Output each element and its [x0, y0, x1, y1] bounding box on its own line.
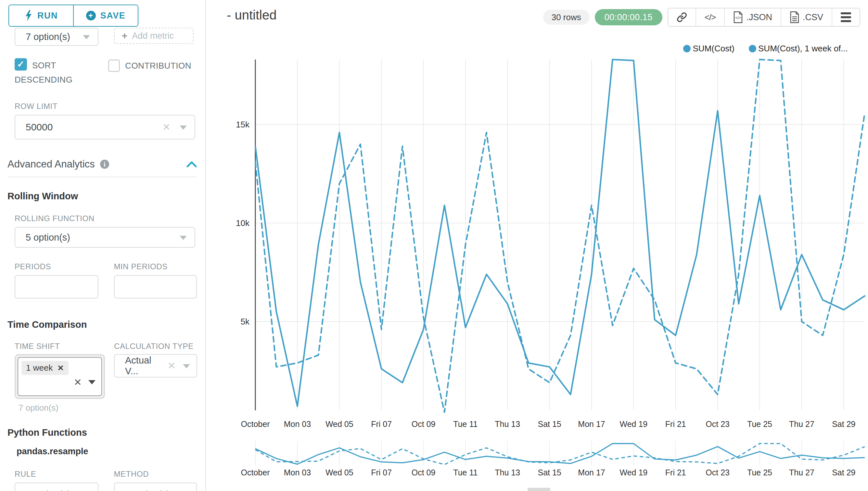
svg-text:Sat 15: Sat 15	[538, 420, 561, 429]
query-actions: RUN + SAVE	[8, 4, 138, 27]
add-metric-label: Add metric	[132, 31, 174, 41]
mini-dashed-series-line	[255, 443, 865, 465]
control-panel: RUN + SAVE 7 option(s) + Add metric ✓ SO…	[0, 0, 206, 491]
save-button[interactable]: + SAVE	[73, 5, 138, 26]
min-periods-label: MIN PERIODS	[114, 262, 197, 271]
method-label: METHOD	[114, 469, 197, 479]
sort-descending-control: ✓ SORT DESCENDING	[14, 58, 93, 87]
rolling-function-select[interactable]: 5 option(s)	[14, 227, 195, 248]
svg-text:Tue 25: Tue 25	[747, 420, 772, 429]
svg-text:Mon 17: Mon 17	[578, 420, 605, 429]
legend-item-sum-cost-shifted[interactable]: SUM(Cost), 1 week of...	[749, 44, 848, 54]
svg-text:5k: 5k	[241, 317, 250, 326]
chart-panel: - untitled 30 rows 00:00:00.15 </> </> .…	[207, 0, 868, 491]
add-metric-button[interactable]: + Add metric	[114, 28, 194, 44]
time-shift-tag-label: 1 week	[26, 363, 53, 373]
svg-text:Wed 19: Wed 19	[620, 468, 648, 477]
row-limit-select[interactable]: 50000 ✕	[14, 115, 195, 140]
clear-icon[interactable]: ✕	[167, 360, 176, 371]
rule-select[interactable]: 6 option(s)	[14, 483, 98, 491]
caret-down-icon	[183, 364, 190, 368]
save-label: SAVE	[100, 11, 126, 21]
method-value: 6 option(s)	[125, 489, 169, 491]
svg-text:Wed 05: Wed 05	[326, 420, 353, 429]
series-limit-value: 7 option(s)	[26, 32, 70, 42]
caret-down-icon	[180, 125, 187, 130]
svg-text:October: October	[241, 468, 270, 477]
periods-row: PERIODS MIN PERIODS	[14, 262, 197, 298]
calculation-type-select[interactable]: Actual V... ✕	[114, 354, 197, 377]
time-shift-helper: 7 option(s)	[19, 403, 98, 413]
plus-circle-icon: +	[86, 11, 96, 21]
svg-text:Oct 09: Oct 09	[411, 468, 436, 477]
svg-text:Thu 13: Thu 13	[495, 420, 520, 429]
svg-text:Mon 03: Mon 03	[284, 468, 311, 477]
clear-icon[interactable]: ✕	[74, 377, 82, 388]
contribution-checkbox[interactable]	[108, 59, 120, 72]
rolling-window-title: Rolling Window	[7, 191, 197, 202]
checkbox-row: ✓ SORT DESCENDING CONTRIBUTION	[14, 58, 197, 87]
legend-dot	[683, 45, 691, 52]
svg-text:Oct 23: Oct 23	[706, 420, 730, 429]
row-limit-label: ROW LIMIT	[14, 102, 197, 111]
svg-text:Tue 11: Tue 11	[453, 420, 477, 429]
run-button[interactable]: RUN	[9, 5, 73, 26]
solid-series-line	[255, 59, 865, 406]
periods-label: PERIODS	[14, 262, 98, 271]
svg-text:Fri 07: Fri 07	[371, 468, 392, 477]
svg-text:Mon 17: Mon 17	[578, 468, 605, 477]
svg-text:Oct 09: Oct 09	[411, 420, 436, 429]
svg-text:Sat 15: Sat 15	[538, 468, 561, 477]
clear-icon[interactable]: ✕	[162, 122, 170, 133]
caret-down-icon	[180, 236, 187, 240]
plus-icon: +	[122, 30, 128, 41]
caret-down-icon	[88, 380, 95, 384]
legend-dot	[749, 45, 756, 52]
svg-text:Wed 19: Wed 19	[620, 420, 648, 429]
svg-text:Thu 27: Thu 27	[789, 420, 814, 429]
timeseries-chart-canvas[interactable]: OctoberOctoberMon 03Mon 03Wed 05Wed 05Fr…	[207, 0, 868, 491]
sort-descending-checkbox[interactable]: ✓	[14, 58, 27, 70]
svg-text:Sat 29: Sat 29	[832, 468, 855, 477]
range-selector-handle[interactable]	[528, 488, 550, 491]
time-shift-tag[interactable]: 1 week ✕	[22, 361, 68, 375]
svg-text:Oct 23: Oct 23	[706, 468, 730, 477]
periods-input[interactable]	[14, 275, 98, 298]
svg-text:15k: 15k	[236, 120, 250, 129]
svg-text:10k: 10k	[236, 218, 250, 228]
series-limit-select[interactable]: 7 option(s)	[14, 28, 98, 46]
svg-text:October: October	[241, 420, 270, 429]
svg-text:Fri 21: Fri 21	[665, 420, 686, 429]
mini-solid-series-line	[255, 443, 865, 464]
run-label: RUN	[37, 11, 58, 21]
caret-down-icon	[83, 35, 90, 39]
rolling-function-value: 5 option(s)	[26, 232, 70, 243]
chart-legend: SUM(Cost) SUM(Cost), 1 week of...	[683, 44, 848, 54]
legend-item-sum-cost[interactable]: SUM(Cost)	[683, 44, 735, 54]
chevron-up-icon[interactable]	[186, 161, 197, 168]
legend-label: SUM(Cost), 1 week of...	[758, 44, 848, 54]
contribution-control: CONTRIBUTION	[108, 58, 191, 87]
svg-text:Sat 29: Sat 29	[832, 420, 855, 429]
svg-text:Mon 03: Mon 03	[284, 420, 311, 429]
python-functions-title: Python Functions	[7, 427, 197, 438]
tag-remove-icon[interactable]: ✕	[57, 364, 64, 373]
time-comparison-title: Time Comparison	[7, 319, 197, 330]
svg-text:Thu 13: Thu 13	[495, 468, 520, 477]
calculation-type-label: CALCULATION TYPE	[114, 342, 197, 351]
time-shift-select[interactable]: 1 week ✕ ✕	[14, 354, 105, 399]
contribution-label: CONTRIBUTION	[125, 59, 191, 72]
time-shift-label: TIME SHIFT	[14, 342, 98, 351]
info-icon: i	[100, 160, 109, 169]
method-select[interactable]: 6 option(s)	[114, 483, 197, 491]
metrics-row: 7 option(s) + Add metric	[14, 28, 197, 46]
svg-text:Thu 27: Thu 27	[789, 468, 814, 477]
svg-text:Tue 25: Tue 25	[747, 468, 772, 477]
row-limit-value: 50000	[26, 122, 53, 133]
svg-text:Wed 05: Wed 05	[326, 468, 353, 477]
min-periods-input[interactable]	[114, 275, 197, 298]
rule-value: 6 option(s)	[26, 489, 70, 491]
svg-text:Tue 11: Tue 11	[453, 468, 477, 477]
rule-label: RULE	[14, 469, 98, 479]
advanced-analytics-header[interactable]: Advanced Analytics i	[7, 158, 197, 177]
